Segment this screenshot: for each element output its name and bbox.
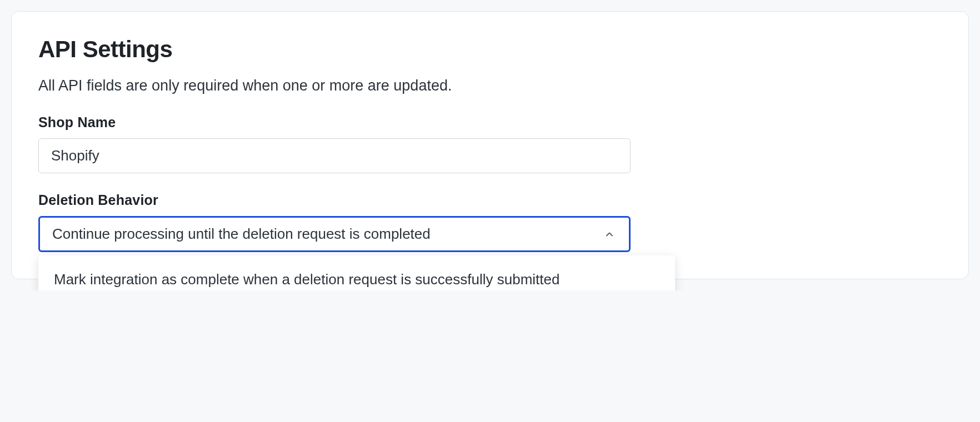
deletion-option-0[interactable]: Mark integration as complete when a dele…: [38, 258, 675, 290]
deletion-behavior-select-wrapper: Continue processing until the deletion r…: [38, 216, 631, 252]
chevron-up-icon: [604, 229, 615, 240]
card-subtitle: All API fields are only required when on…: [38, 77, 942, 94]
deletion-behavior-field: Deletion Behavior Continue processing un…: [38, 192, 942, 252]
shop-name-field: Shop Name: [38, 114, 942, 173]
deletion-behavior-dropdown: Mark integration as complete when a dele…: [38, 255, 675, 290]
deletion-behavior-selected-value: Continue processing until the deletion r…: [52, 225, 431, 243]
deletion-behavior-label: Deletion Behavior: [38, 192, 942, 208]
api-settings-card: API Settings All API fields are only req…: [11, 11, 969, 279]
deletion-behavior-select[interactable]: Continue processing until the deletion r…: [38, 216, 631, 252]
shop-name-input[interactable]: [38, 138, 631, 173]
card-title: API Settings: [38, 36, 942, 63]
shop-name-label: Shop Name: [38, 114, 942, 130]
